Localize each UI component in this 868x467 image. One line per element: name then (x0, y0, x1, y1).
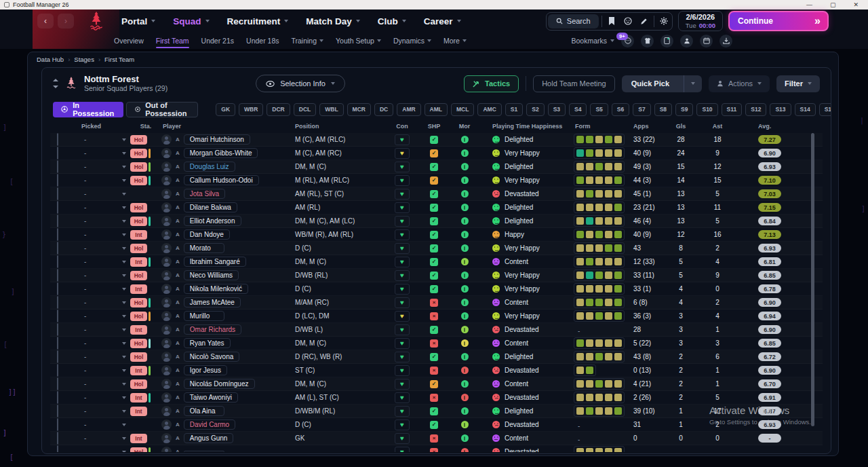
column-header-apps[interactable]: Apps (631, 123, 666, 130)
player-name[interactable]: Omar Richards (184, 324, 241, 335)
selection-info-button[interactable]: Selection Info (256, 75, 345, 92)
position-chip-s6[interactable]: S6 (612, 103, 629, 116)
picked-dropdown[interactable]: - (75, 353, 130, 360)
player-name[interactable]: Ola Aina (184, 406, 224, 416)
picked-dropdown[interactable]: - (75, 299, 130, 306)
column-header-picked[interactable]: Picked (75, 123, 130, 130)
position-chip-s1[interactable]: S1 (505, 103, 523, 116)
picked-dropdown[interactable]: - (75, 407, 130, 415)
settings-gear-icon[interactable] (656, 14, 672, 29)
player-name[interactable]: Douglas Luiz (184, 162, 235, 172)
row-checkbox[interactable] (57, 418, 58, 431)
table-row[interactable]: -IntADan NdoyeWB/M (R), AM (RL)♥✓Happy40… (50, 228, 823, 242)
row-checkbox[interactable] (57, 174, 58, 187)
row-checkbox[interactable] (57, 337, 58, 350)
position-chip-s13[interactable]: S13 (770, 103, 791, 116)
player-name[interactable]: Morato (184, 243, 224, 253)
column-header-playing-time-happiness[interactable]: Playing Time Happiness (480, 123, 574, 130)
row-checkbox[interactable] (57, 282, 58, 295)
collapse-up-icon[interactable] (53, 79, 58, 81)
row-checkbox[interactable] (57, 147, 58, 160)
picked-dropdown[interactable]: - (75, 448, 130, 452)
player-name[interactable]: Ryan Yates (184, 338, 231, 348)
minimize-button[interactable]: — (806, 1, 812, 8)
player-name[interactable]: Dilane Bakwa (184, 202, 237, 212)
row-checkbox[interactable] (57, 377, 58, 390)
player-name[interactable]: Ibrahim Sangaré (184, 257, 246, 267)
picked-dropdown[interactable]: - (75, 272, 130, 279)
row-checkbox[interactable] (57, 255, 58, 268)
position-chip-s12[interactable]: S12 (745, 103, 766, 116)
table-row[interactable]: -HolAElliot AndersonDM, M (C), AM (LC)♥✓… (50, 214, 823, 228)
table-row[interactable]: -HolAMorgan Gibbs-WhiteM (C), AM (RC)♥✓V… (50, 147, 823, 160)
row-checkbox[interactable] (57, 269, 58, 282)
subnav-item-under-21s[interactable]: Under 21s (201, 33, 234, 49)
subnav-item-training[interactable]: Training (292, 33, 324, 49)
picked-dropdown[interactable]: - (75, 326, 130, 333)
picked-dropdown[interactable]: - (75, 380, 130, 388)
row-checkbox[interactable] (57, 323, 58, 336)
picked-dropdown[interactable]: - (75, 204, 130, 211)
picked-dropdown[interactable]: - (75, 244, 130, 252)
position-chip-s7[interactable]: S7 (633, 103, 650, 116)
dynamics-face-icon[interactable] (680, 35, 693, 48)
player-name[interactable]: Murillo (184, 311, 224, 321)
picked-dropdown[interactable]: - (75, 339, 130, 347)
player-name[interactable]: Elliot Anderson (184, 216, 241, 226)
table-row[interactable]: -AJota SilvaAM (RL), ST (C)♥✓Devastated4… (50, 187, 823, 201)
row-checkbox[interactable] (57, 214, 58, 227)
player-name[interactable]: Nicolò Savona (184, 352, 239, 362)
column-header-mor[interactable]: Mor (449, 123, 480, 130)
table-row[interactable]: -HolANicolás DomínguezDM, M (C)♥✓Content… (50, 377, 823, 391)
picked-dropdown[interactable]: - (75, 258, 130, 265)
player-name[interactable]: David Carmo (184, 419, 235, 430)
table-row[interactable]: -HolA♥×Devastated (50, 445, 823, 452)
table-row[interactable]: -HolAJames McAteeM/AM (RC)♥×Content6 (8)… (50, 296, 823, 310)
table-row[interactable]: -IntAIbrahim SangaréDM, M (C)♥✓Content12… (50, 255, 823, 269)
picked-dropdown[interactable]: - (75, 136, 130, 143)
position-chip-gk[interactable]: GK (216, 103, 235, 116)
position-chip-aml[interactable]: AML (425, 103, 448, 116)
table-row[interactable]: -IntAAngus GunnGK♥×Content-000- (50, 432, 823, 445)
position-chip-s9[interactable]: S9 (675, 103, 693, 116)
picked-dropdown[interactable]: - (75, 190, 130, 198)
tab-out-of-possession[interactable]: Out of Possession (126, 102, 198, 117)
nav-menu-club[interactable]: Club (378, 16, 406, 26)
row-checkbox[interactable] (57, 391, 58, 404)
maximize-button[interactable]: ▢ (830, 1, 836, 8)
row-checkbox[interactable] (57, 133, 58, 146)
player-name[interactable]: Jota Silva (184, 189, 225, 199)
table-row[interactable]: -HolADouglas LuizDM, M (C)♥✓Delighted49 … (50, 160, 823, 174)
player-name[interactable]: Dan Ndoye (184, 229, 230, 240)
forward-button[interactable]: › (58, 14, 74, 29)
table-row[interactable]: -HolANicolò SavonaD (RC), WB (R)♥✓Deligh… (50, 350, 823, 364)
table-row[interactable]: -HolACallum Hudson-OdoiM (RL), AM (RLC)♥… (50, 174, 823, 187)
tab-in-possession[interactable]: In Possession (53, 102, 123, 117)
subnav-item-under-18s[interactable]: Under 18s (246, 33, 279, 49)
nav-menu-portal[interactable]: Portal (121, 16, 155, 26)
report-card-icon[interactable] (660, 35, 673, 48)
position-chip-dc[interactable]: DC (374, 103, 393, 116)
row-checkbox[interactable] (57, 350, 58, 363)
column-header-player[interactable]: Player (161, 123, 295, 130)
table-row[interactable]: -IntAIgor JesusST (C)♥×Devastated0 (13)2… (50, 364, 823, 377)
row-checkbox[interactable] (57, 201, 58, 214)
picked-dropdown[interactable]: - (75, 434, 130, 442)
actions-button[interactable]: Actions (709, 75, 770, 92)
download-tray-icon[interactable] (719, 35, 732, 48)
subnav-item-dynamics[interactable]: Dynamics (393, 33, 431, 49)
table-row[interactable]: -IntATaiwo AwoniyiAM (L), ST (C)♥×Devast… (50, 391, 823, 405)
position-chip-s3[interactable]: S3 (548, 103, 566, 116)
nav-menu-match-day[interactable]: Match Day (306, 16, 360, 26)
subnav-item-overview[interactable]: Overview (114, 33, 144, 49)
player-name[interactable]: Neco Williams (184, 270, 239, 280)
nav-menu-squad[interactable]: Squad (173, 16, 209, 26)
row-checkbox[interactable] (57, 242, 58, 255)
calendar-icon[interactable] (700, 35, 713, 48)
player-name[interactable]: Nicolás Domínguez (184, 379, 255, 389)
bookmarks-dropdown[interactable]: Bookmarks (571, 37, 614, 45)
picked-dropdown[interactable]: - (75, 312, 130, 320)
filter-button[interactable]: Filter (776, 75, 820, 92)
player-name[interactable]: Callum Hudson-Odoi (184, 175, 259, 185)
table-row[interactable]: -HolADilane BakwaAM (RL)♥✓Delighted23 (2… (50, 201, 823, 214)
